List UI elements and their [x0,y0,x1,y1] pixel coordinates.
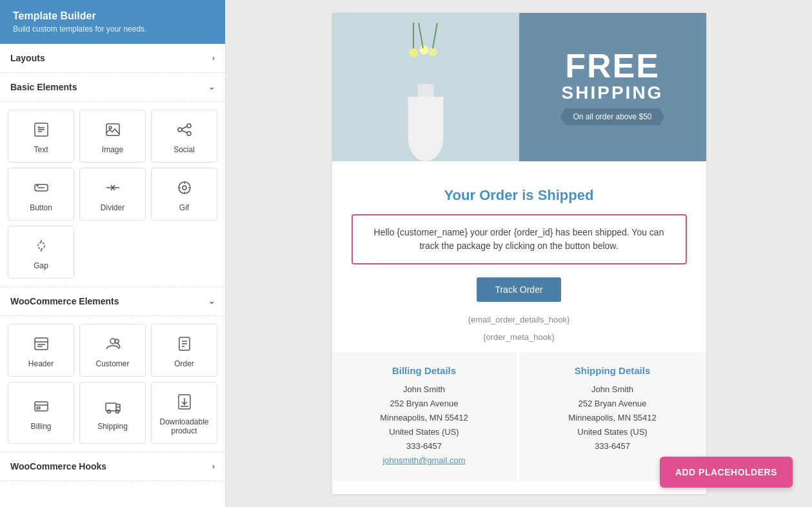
element-woo-downloadable[interactable]: Downloadable product [151,382,217,444]
svg-line-10 [182,126,187,129]
layouts-chevron-icon: › [212,54,215,63]
button-icon [30,176,53,199]
email-body: Your Order is Shipped Hello {customer_na… [332,161,706,494]
layouts-section-header[interactable]: Layouts › [0,44,225,73]
details-grid: Billing Details John Smith 252 Bryan Ave… [332,352,706,481]
billing-city: Minneapolis, MN 55412 [345,411,504,425]
element-text[interactable]: T Text [8,110,74,163]
svg-text:T: T [37,126,40,130]
woo-shipping-label: Shipping [97,422,128,431]
add-placeholders-button[interactable]: ADD PLACEHOLDERS [660,457,793,488]
gif-label: Gif [179,203,189,212]
woocommerce-elements-label: WooCommerce Elements [10,296,119,306]
svg-point-7 [178,128,182,132]
element-image[interactable]: Image [79,110,146,163]
svg-point-21 [183,186,186,190]
svg-rect-38 [106,403,116,411]
svg-rect-5 [106,124,119,135]
billing-info: John Smith 252 Bryan Avenue Minneapolis,… [345,383,504,468]
billing-name: John Smith [345,383,504,397]
billing-country: United States (US) [345,425,504,439]
woo-hooks-chevron-icon: › [212,462,215,471]
woo-elements-chevron-icon: ⌄ [208,297,215,306]
banner-right: FREE SHIPPING On all order above $50 [519,49,706,125]
text-label: Text [34,145,48,154]
layouts-label: Layouts [10,53,45,63]
woo-order-icon [173,332,196,355]
woo-header-label: Header [28,359,54,368]
billing-title: Billing Details [345,365,504,376]
hook1-text: {email_order_details_hook} [352,315,687,324]
element-woo-header[interactable]: Header [8,324,74,377]
banner-shipping-text: SHIPPING [562,83,664,103]
woo-customer-icon [101,332,124,355]
element-woo-customer[interactable]: Customer [79,324,146,377]
email-banner: FREE SHIPPING On all order above $50 [332,13,706,161]
email-canvas: FREE SHIPPING On all order above $50 You… [332,13,706,494]
main-content: FREE SHIPPING On all order above $50 You… [226,0,812,507]
sidebar-subtitle: Build custom templates for your needs. [13,25,212,34]
shipping-phone: 333-6457 [532,439,693,453]
svg-line-11 [182,130,187,133]
woocommerce-elements-section-header[interactable]: WooCommerce Elements ⌄ [0,287,225,316]
shipping-address1: 252 Bryan Avenue [532,397,693,411]
element-woo-order[interactable]: Order [151,324,217,377]
element-woo-shipping[interactable]: Shipping [79,382,146,444]
sidebar-header: Template Builder Build custom templates … [0,0,225,44]
gap-label: Gap [34,261,48,270]
sidebar-title: Template Builder [13,10,212,22]
track-order-button[interactable]: Track Order [477,277,560,302]
svg-point-22 [38,243,45,249]
svg-rect-35 [35,402,48,411]
shipping-name: John Smith [532,383,693,397]
element-woo-billing[interactable]: Billing [8,382,74,444]
social-label: Social [173,145,195,154]
basic-elements-label: Basic Elements [10,82,77,92]
shipping-info: John Smith 252 Bryan Avenue Minneapolis,… [532,383,693,453]
vase-illustration [397,58,455,161]
element-button[interactable]: Button [8,168,74,221]
woo-downloadable-icon [173,390,196,413]
billing-phone: 333-6457 [345,439,504,453]
woo-order-label: Order [174,359,194,368]
shipping-country: United States (US) [532,425,693,439]
shipping-title: Shipping Details [532,365,693,376]
banner-free-text: FREE [565,49,660,83]
basic-elements-chevron-icon: ⌄ [208,83,215,92]
social-icon [173,118,196,141]
element-gif[interactable]: Gif [151,168,217,221]
email-title: Your Order is Shipped [352,187,687,204]
email-text-box: Hello {customer_name} your order {order_… [352,214,687,264]
gif-icon [173,176,196,199]
woo-billing-label: Billing [30,422,51,431]
banner-left [332,13,519,161]
divider-label: Divider [101,203,124,212]
billing-box: Billing Details John Smith 252 Bryan Ave… [332,352,519,481]
button-label: Button [30,203,52,212]
woo-downloadable-label: Downloadable product [157,417,212,435]
svg-rect-37 [37,407,40,409]
woocommerce-hooks-section-header[interactable]: WooCommerce Hooks › [0,452,225,481]
billing-address1: 252 Bryan Avenue [345,397,504,411]
woo-billing-icon [30,395,53,418]
svg-point-40 [107,410,110,413]
text-icon: T [30,118,53,141]
basic-elements-section-header[interactable]: Basic Elements ⌄ [0,73,225,102]
woo-customer-label: Customer [95,359,129,368]
svg-rect-25 [35,338,48,350]
woo-header-icon [30,332,53,355]
flowers [400,48,451,87]
element-divider[interactable]: Divider [79,168,146,221]
image-icon [101,118,124,141]
sidebar: Template Builder Build custom templates … [0,0,226,507]
basic-elements-grid: T Text Image [0,102,225,287]
divider-icon [101,176,124,199]
svg-point-8 [187,124,191,128]
element-gap[interactable]: Gap [8,226,74,279]
svg-point-41 [115,410,119,413]
gap-icon [30,234,53,257]
billing-email[interactable]: johnsmith@gmail.com [382,455,465,465]
shipping-city: Minneapolis, MN 55412 [532,411,693,425]
svg-point-14 [36,185,38,187]
element-social[interactable]: Social [151,110,217,163]
